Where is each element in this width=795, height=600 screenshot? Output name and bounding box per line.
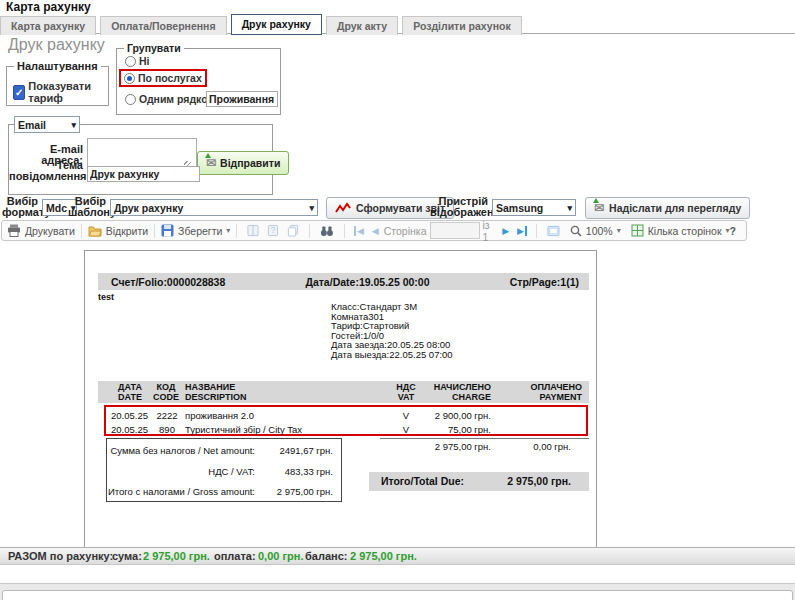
cell-date: 20.05.25	[111, 410, 148, 421]
invoice-folio: Счет/Folio:0000028838	[111, 276, 225, 288]
radio-checked-icon[interactable]	[124, 73, 135, 84]
detail-departure: Дата выезда:22.05.25 07:00	[331, 350, 453, 360]
gross-amount-value: 2 975,00 грн.	[277, 486, 333, 497]
print-button[interactable]: Друкувати	[7, 224, 75, 237]
total-due-label: Итого/Total Due:	[381, 472, 464, 491]
save-button[interactable]: Зберегти ▾	[161, 224, 230, 237]
application-window: Карта рахунку Карта рахунку Оплата/Повер…	[0, 0, 795, 600]
device-value: Samsung	[496, 202, 543, 214]
sum-value: 2 975,00 грн.	[143, 548, 210, 564]
invoice-page-number: Стр/Page:1(1)	[510, 276, 579, 288]
total-charge: 2 975,00 грн.	[435, 441, 491, 452]
grouping-legend: Групувати	[124, 42, 184, 54]
account-totals-statusbar: РАЗОМ по рахунку: сума: 2 975,00 грн. оп…	[0, 547, 795, 565]
folder-open-icon	[88, 225, 102, 237]
highlight-box-by-services: По послугах	[119, 69, 207, 87]
invoice-date: Дата/Date:19.05.25 00:00	[305, 276, 429, 288]
total-due-value: 2 975,00 грн.	[507, 472, 571, 491]
find-binoculars-icon[interactable]	[320, 225, 334, 237]
cell-charge: 2 900,00 грн.	[435, 410, 491, 421]
radio-no-label: Ні	[139, 55, 150, 67]
checkbox-checked-icon[interactable]: ✓	[13, 85, 25, 100]
device-label: Пристрій відображення	[430, 196, 488, 218]
cell-charge: 75,00 грн.	[448, 424, 491, 435]
tab-print-invoice[interactable]: Друк рахунку	[231, 14, 322, 35]
template-select[interactable]: Друк рахунку ▾	[110, 199, 318, 216]
email-fieldset: Email ▾ E-mail адреса: ✉ Відправити Тема…	[8, 124, 273, 195]
parameters-icon[interactable]: ?	[267, 224, 279, 237]
radio-group-no[interactable]: Ні	[125, 55, 150, 67]
column-date: ДАТА DATE	[111, 382, 149, 402]
radio-single-line-label: Одним рядком	[139, 93, 215, 105]
chevron-down-icon[interactable]: ▾	[226, 226, 230, 235]
radio-icon[interactable]	[125, 56, 136, 67]
page-of-label: із 1	[483, 219, 498, 243]
invoice-row: 20.05.25 2222 проживання 2.0 V 2 900,00 …	[85, 410, 596, 420]
device-select[interactable]: Samsung ▾	[492, 199, 576, 216]
column-payment: ОПЛАЧЕНО PAYMENT	[531, 382, 582, 402]
format-label: Вибір формату	[2, 196, 38, 218]
radio-group-by-services[interactable]: По послугах	[124, 72, 202, 84]
prev-page-icon[interactable]: ◀	[372, 226, 379, 236]
settings-fieldset: Налаштування ✓ Показувати тариф	[6, 66, 109, 106]
copy-pages-icon[interactable]	[287, 224, 299, 237]
totals-divider	[380, 438, 589, 439]
settings-legend: Налаштування	[14, 60, 101, 72]
zoom-control[interactable]: 100% ▾	[570, 225, 621, 237]
horizontal-scrollbar[interactable]	[2, 590, 793, 600]
tab-payment-refund[interactable]: Оплата/Повернення	[100, 16, 226, 35]
tab-print-act[interactable]: Друк акту	[326, 16, 398, 35]
page-number-input[interactable]	[430, 222, 480, 239]
radio-icon[interactable]	[125, 94, 136, 105]
chevron-down-icon: ▾	[567, 203, 572, 213]
toolbar-separator	[344, 224, 345, 238]
invoice-page: Счет/Folio:0000028838 Дата/Date:19.05.25…	[84, 250, 597, 547]
tab-bar: Карта рахунку Оплата/Повернення Друк рах…	[0, 14, 795, 34]
bookmarks-icon[interactable]	[247, 224, 259, 237]
open-button[interactable]: Відкрити	[88, 225, 148, 237]
tax-summary-box: Сумма без налогов / Net amount: 2491,67 …	[106, 438, 342, 502]
bottom-panel	[0, 565, 795, 584]
column-code: КОД CODE	[151, 382, 181, 402]
total-payment: 0,00 грн.	[533, 441, 571, 452]
format-value: Mdc	[46, 202, 67, 214]
single-line-name-input[interactable]	[206, 91, 278, 107]
report-viewer-toolbar: Друкувати Відкрити Зберегти ▾	[1, 220, 747, 241]
window-title: Карта рахунку	[6, 0, 91, 14]
email-type-select[interactable]: Email ▾	[14, 116, 80, 133]
guest-name: test	[98, 292, 114, 302]
send-for-preview-button[interactable]: ✉ Надіслати для перегляду	[585, 197, 750, 219]
vat-label: НДС / VAT:	[208, 466, 255, 477]
radio-group-single-line[interactable]: Одним рядком	[125, 93, 215, 105]
cell-description: проживання 2.0	[185, 410, 254, 421]
grouping-fieldset: Групувати Ні По послугах Одним рядком	[116, 48, 281, 115]
toolbar-separator	[236, 224, 237, 238]
first-page-icon[interactable]: ◀	[354, 226, 364, 236]
guest-details-block: Класс:Стандарт 3М Комната301 Тариф:Старт…	[331, 302, 453, 360]
radio-by-services-label: По послугах	[138, 72, 202, 84]
view-mode-label: Кілька сторінок	[648, 225, 722, 237]
multi-page-grid-icon	[631, 224, 644, 237]
gross-amount-label: Итого с налогами / Gross amount:	[108, 486, 255, 497]
cell-vat: V	[393, 424, 419, 435]
send-for-preview-label: Надіслати для перегляду	[609, 202, 741, 214]
show-tariff-label: Показувати тариф	[28, 80, 108, 104]
next-page-icon[interactable]: ▶	[502, 226, 509, 236]
help-button[interactable]: ?	[730, 225, 736, 237]
view-mode-control[interactable]: Кілька сторінок ▾	[631, 224, 730, 237]
cell-code: 890	[155, 424, 179, 435]
save-label: Зберегти	[178, 225, 222, 237]
printer-icon	[7, 224, 21, 237]
cell-description: Туристичний збір / City Tax	[185, 424, 302, 435]
show-tariff-checkbox[interactable]: ✓ Показувати тариф	[13, 80, 108, 104]
chevron-down-icon: ▾	[309, 203, 314, 213]
tab-account-card[interactable]: Карта рахунку	[0, 16, 96, 35]
cell-vat: V	[393, 410, 419, 421]
tab-split-invoice[interactable]: Розділити рахунок	[402, 16, 522, 35]
last-page-icon[interactable]: ▶	[517, 226, 527, 236]
email-subject-input[interactable]	[87, 166, 200, 182]
send-email-button[interactable]: ✉ Відправити	[197, 151, 289, 175]
full-screen-icon[interactable]	[547, 225, 560, 237]
floppy-save-icon	[161, 224, 174, 237]
send-mail-icon: ✉	[206, 157, 216, 169]
